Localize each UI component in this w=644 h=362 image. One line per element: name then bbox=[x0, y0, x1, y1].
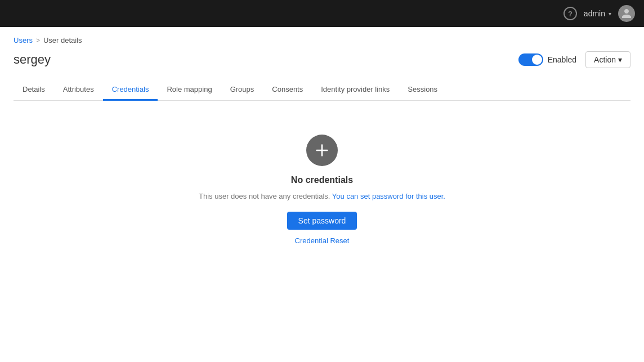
tab-sessions[interactable]: Sessions bbox=[399, 79, 446, 101]
enabled-toggle-container: Enabled bbox=[518, 53, 576, 66]
action-button[interactable]: Action ▾ bbox=[585, 51, 630, 68]
add-credentials-icon[interactable] bbox=[306, 135, 338, 166]
action-chevron-icon: ▾ bbox=[618, 55, 622, 64]
plus-icon bbox=[313, 141, 331, 159]
user-name: admin bbox=[584, 9, 605, 18]
set-password-button[interactable]: Set password bbox=[287, 212, 357, 230]
tab-credentials[interactable]: Credentials bbox=[103, 79, 158, 101]
breadcrumb: Users > User details bbox=[14, 36, 630, 44]
chevron-down-icon: ▾ bbox=[609, 11, 611, 17]
tab-identity-provider-links[interactable]: Identity provider links bbox=[312, 79, 399, 101]
tab-attributes[interactable]: Attributes bbox=[54, 79, 103, 101]
navbar: ? admin ▾ bbox=[0, 0, 644, 27]
empty-title: No credentials bbox=[291, 175, 353, 185]
user-icon bbox=[621, 8, 632, 19]
credential-reset-link[interactable]: Credential Reset bbox=[295, 236, 350, 245]
tab-consents[interactable]: Consents bbox=[263, 79, 312, 101]
help-icon[interactable]: ? bbox=[564, 7, 577, 20]
toggle-label: Enabled bbox=[548, 55, 576, 64]
tab-role-mapping[interactable]: Role mapping bbox=[158, 79, 221, 101]
breadcrumb-users-link[interactable]: Users bbox=[14, 36, 33, 44]
set-password-link[interactable]: You can set password for this user. bbox=[332, 192, 445, 200]
tabs: Details Attributes Credentials Role mapp… bbox=[14, 79, 630, 101]
page-header: sergey Enabled Action ▾ bbox=[14, 51, 630, 68]
enabled-toggle[interactable] bbox=[518, 53, 543, 66]
tab-groups[interactable]: Groups bbox=[221, 79, 263, 101]
breadcrumb-current: User details bbox=[43, 36, 82, 44]
empty-description: This user does not have any credentials.… bbox=[199, 192, 445, 200]
user-menu[interactable]: admin ▾ bbox=[584, 9, 611, 18]
toggle-knob bbox=[532, 55, 542, 65]
action-label: Action bbox=[594, 55, 616, 64]
avatar[interactable] bbox=[618, 5, 635, 22]
page-title: sergey bbox=[14, 52, 51, 67]
main-content: Users > User details sergey Enabled Acti… bbox=[0, 27, 644, 276]
tab-details[interactable]: Details bbox=[14, 79, 54, 101]
description-text: This user does not have any credentials. bbox=[199, 192, 330, 200]
header-actions: Enabled Action ▾ bbox=[518, 51, 630, 68]
empty-state: No credentials This user does not have a… bbox=[14, 101, 630, 267]
breadcrumb-separator: > bbox=[36, 37, 40, 44]
